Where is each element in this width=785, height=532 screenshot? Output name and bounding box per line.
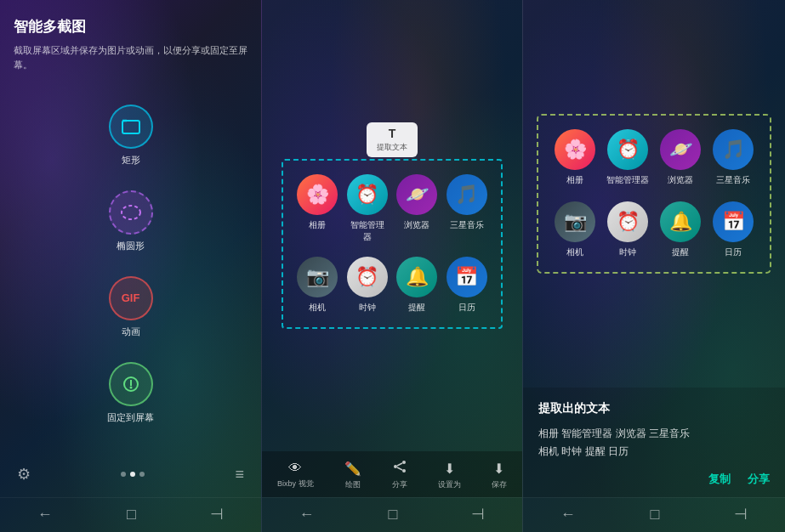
app-clock-p3[interactable]: ⏰ 时钟: [605, 201, 651, 258]
panel-capture-area: T 提取文本 🌸 相册 ⏰ 智能管理器 🪐: [262, 0, 523, 532]
svg-point-8: [402, 469, 406, 473]
reminder-label-p3: 提醒: [672, 246, 689, 258]
app-calendar-p3[interactable]: 📅 日历: [710, 201, 756, 258]
app-clock-p2[interactable]: ⏰ 时钟: [347, 257, 389, 314]
home-button-p2[interactable]: □: [389, 506, 398, 524]
toolbar-save[interactable]: ⬇ 保存: [492, 461, 507, 490]
calendar-label-p3: 日历: [725, 246, 742, 258]
draw-icon: ✏️: [344, 461, 361, 477]
back-button[interactable]: ←: [37, 506, 53, 524]
app-calendar-p2[interactable]: 📅 日历: [447, 257, 488, 314]
extract-line2: 相机 时钟 提醒 日历: [538, 443, 770, 461]
pin-label: 固定到屏幕: [107, 411, 154, 424]
clock-label-p3: 时钟: [619, 246, 636, 258]
page-dots: [121, 472, 145, 477]
save-icon: ⬇: [493, 461, 504, 477]
app-reminder-p2[interactable]: 🔔 提醒: [396, 257, 438, 314]
setas-label: 设置为: [438, 479, 461, 490]
panel1-header: 智能多截图 截取屏幕区域并保存为图片或动画，以便分享或固定至屏幕。: [0, 0, 261, 80]
dot-3: [139, 472, 145, 477]
setas-icon: ⬇: [444, 461, 455, 477]
svg-line-9: [397, 463, 402, 466]
app-music-p2[interactable]: 🎵 三星音乐: [447, 174, 488, 243]
tool-gif[interactable]: GIF 动画: [109, 276, 153, 338]
selection-area: T 提取文本 🌸 相册 ⏰ 智能管理器 🪐: [262, 0, 522, 451]
toolbar-share[interactable]: 分享: [392, 460, 407, 490]
home-button-p3[interactable]: □: [651, 506, 660, 524]
selection-box-p3: 🌸 相册 ⏰ 智能管理器 🪐 浏览器 🎵 三星音乐: [537, 114, 771, 274]
gallery-icon-p2: 🌸: [297, 174, 338, 215]
bixby-label: Bixby 视觉: [277, 478, 314, 490]
panel3-apps-area: 🌸 相册 ⏰ 智能管理器 🪐 浏览器 🎵 三星音乐: [523, 0, 785, 388]
smart-icon-p3: ⏰: [607, 129, 648, 170]
panel1-bottom-bar: ⚙ ≡: [0, 456, 261, 497]
tool-oval[interactable]: 椭圆形: [109, 190, 153, 252]
app-smart-p2[interactable]: ⏰ 智能管理器: [347, 174, 389, 243]
toolbar-setas[interactable]: ⬇ 设置为: [438, 461, 461, 490]
recent-button-p2[interactable]: ⊣: [471, 505, 485, 524]
toolbar-draw[interactable]: ✏️ 绘图: [344, 461, 361, 490]
svg-point-2: [122, 206, 140, 219]
app-camera-p2[interactable]: 📷 相机: [297, 257, 338, 314]
oval-icon: [109, 190, 153, 235]
smart-icon-p2: ⏰: [347, 174, 388, 215]
svg-rect-0: [122, 121, 139, 133]
gallery-label-p3: 相册: [566, 174, 583, 186]
clock-icon-p2: ⏰: [347, 257, 388, 297]
browser-label-p3: 浏览器: [668, 174, 693, 186]
recent-button-p3[interactable]: ⊣: [734, 505, 748, 524]
browser-label-p2: 浏览器: [404, 219, 429, 231]
app-music-p3[interactable]: 🎵 三星音乐: [710, 129, 756, 186]
app-browser-p3[interactable]: 🪐 浏览器: [657, 129, 703, 186]
smart-label-p2: 智能管理器: [347, 219, 389, 243]
music-label-p2: 三星音乐: [450, 219, 484, 231]
back-button-p3[interactable]: ←: [560, 506, 576, 524]
camera-label-p3: 相机: [566, 246, 583, 258]
back-button-p2[interactable]: ←: [299, 506, 315, 524]
music-icon-p2: 🎵: [447, 174, 487, 215]
svg-line-10: [397, 467, 402, 470]
tools-list: 矩形 椭圆形 GIF 动画: [0, 80, 261, 456]
copy-button[interactable]: 复制: [708, 472, 731, 487]
tool-pin[interactable]: 固定到屏幕: [107, 362, 154, 424]
home-button[interactable]: □: [127, 506, 136, 524]
apps-grid-panel3: 🌸 相册 ⏰ 智能管理器 🪐 浏览器 🎵 三星音乐: [552, 129, 756, 258]
extracted-text-section: 提取出的文本 相册 智能管理器 浏览器 三星音乐 相机 时钟 提醒 日历 复制 …: [523, 388, 785, 497]
panel1-nav-bar: ← □ ⊣: [0, 497, 261, 532]
panel1-description: 截取屏幕区域并保存为图片或动画，以便分享或固定至屏幕。: [14, 43, 247, 71]
panel3-content: 🌸 相册 ⏰ 智能管理器 🪐 浏览器 🎵 三星音乐: [523, 0, 785, 532]
camera-icon-p3: 📷: [555, 201, 595, 242]
app-smart-p3[interactable]: ⏰ 智能管理器: [605, 129, 651, 186]
browser-icon-p3: 🪐: [660, 129, 701, 170]
recent-button[interactable]: ⊣: [210, 505, 224, 524]
app-gallery-p3[interactable]: 🌸 相册: [552, 129, 598, 186]
pin-icon: [109, 362, 153, 406]
selection-box[interactable]: 🌸 相册 ⏰ 智能管理器 🪐 浏览器 🎵 三星音乐: [282, 159, 503, 329]
dot-2: [130, 472, 135, 477]
toolbar-bixby[interactable]: 👁 Bixby 视觉: [277, 461, 314, 490]
text-icon: T: [389, 127, 396, 140]
calendar-icon-p3: 📅: [713, 201, 754, 242]
share-button[interactable]: 分享: [748, 472, 770, 487]
app-camera-p3[interactable]: 📷 相机: [552, 201, 598, 258]
menu-icon[interactable]: ≡: [235, 466, 244, 484]
tool-rect[interactable]: 矩形: [109, 105, 153, 167]
camera-icon-p2: 📷: [297, 257, 338, 297]
text-extract-handle[interactable]: T 提取文本: [367, 122, 418, 157]
panel3-nav-bar: ← □ ⊣: [523, 497, 785, 532]
gallery-label-p2: 相册: [309, 219, 326, 231]
music-icon-p3: 🎵: [713, 129, 754, 170]
extract-text-content: 相册 智能管理器 浏览器 三星音乐 相机 时钟 提醒 日历: [538, 425, 770, 461]
gif-icon: GIF: [109, 276, 153, 320]
apps-grid-panel2: 🌸 相册 ⏰ 智能管理器 🪐 浏览器 🎵 三星音乐: [297, 174, 487, 314]
panel2-nav-bar: ← □ ⊣: [262, 497, 522, 532]
settings-icon[interactable]: ⚙: [17, 465, 31, 484]
app-reminder-p3[interactable]: 🔔 提醒: [657, 201, 703, 258]
panel1-content: 智能多截图 截取屏幕区域并保存为图片或动画，以便分享或固定至屏幕。 矩形: [0, 0, 261, 532]
app-browser-p2[interactable]: 🪐 浏览器: [396, 174, 438, 243]
extract-line1: 相册 智能管理器 浏览器 三星音乐: [538, 425, 770, 444]
oval-label: 椭圆形: [117, 240, 145, 252]
app-gallery-p2[interactable]: 🌸 相册: [297, 174, 338, 243]
calendar-label-p2: 日历: [458, 302, 475, 314]
panel2-toolbar: 👁 Bixby 视觉 ✏️ 绘图 分享: [262, 451, 522, 497]
